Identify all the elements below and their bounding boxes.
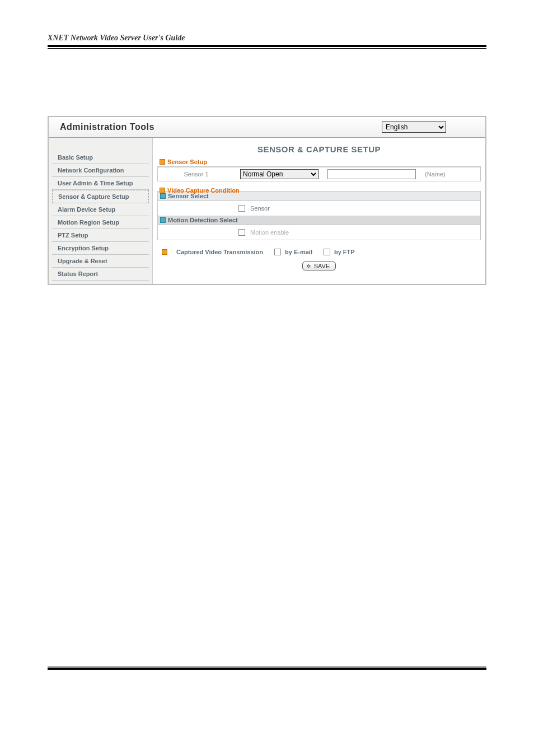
bullet-icon [162,249,167,255]
sensor-check-label: Sensor [250,205,270,212]
sidebar-status-report[interactable]: Status Report [52,268,149,281]
content-pane: SENSOR & CAPTURE SETUP Sensor Setup Sens… [153,138,485,277]
sidebar-network-config[interactable]: Network Configuration [52,164,149,177]
sidebar: Basic Setup Network Configuration User A… [49,138,153,284]
sidebar-sensor-capture[interactable]: Sensor & Capture Setup [52,190,149,203]
top-divider [48,45,486,49]
bullet-icon [160,217,166,223]
bullet-icon [160,193,166,199]
motion-enable-checkbox[interactable] [238,229,245,236]
bullet-icon [160,159,165,165]
sensor-name-input[interactable] [327,169,416,179]
video-capture-section: Sensor Select Sensor Motion Detection Se… [157,191,481,240]
ftp-label: by FTP [334,249,355,255]
email-checkbox[interactable] [274,249,281,255]
motion-detection-header: Motion Detection Select [158,216,480,225]
language-select[interactable]: English [382,122,446,133]
sidebar-alarm-device[interactable]: Alarm Device Setup [52,203,149,216]
transmission-row: Captured Video Transmission by E-mail by… [157,245,481,259]
sensor-select-label: Sensor Select [168,193,209,199]
sensor-checkbox[interactable] [238,205,245,212]
transmission-label: Captured Video Transmission [176,249,263,255]
admin-tools-panel: Administration Tools English Basic Setup… [48,116,486,285]
sensor-setup-section: Sensor 1 Normal Open (Name) [157,167,481,181]
admin-header: Administration Tools English [49,117,485,138]
gear-icon: ✲ [306,263,311,269]
sensor1-label: Sensor 1 [161,171,231,178]
motion-detection-label: Motion Detection Select [168,217,238,223]
bullet-icon [160,188,165,193]
sidebar-user-time[interactable]: User Admin & Time Setup [52,177,149,190]
save-label: SAVE [314,263,330,269]
content-title: SENSOR & CAPTURE SETUP [157,144,481,154]
sidebar-ptz[interactable]: PTZ Setup [52,229,149,242]
doc-title: XNET Network Video Server User's Guide [48,34,486,43]
sidebar-encryption[interactable]: Encryption Setup [52,242,149,255]
sidebar-motion-region[interactable]: Motion Region Setup [52,216,149,229]
save-button[interactable]: ✲ SAVE [302,262,336,270]
sidebar-basic-setup[interactable]: Basic Setup [52,151,149,164]
name-label: (Name) [425,171,446,178]
sensor-setup-label: Sensor Setup [167,158,207,165]
sidebar-upgrade-reset[interactable]: Upgrade & Reset [52,255,149,268]
sensor-mode-select[interactable]: Normal Open [240,169,318,179]
motion-enable-label: Motion enable [250,229,289,236]
bottom-divider [48,666,486,670]
ftp-checkbox[interactable] [324,249,330,255]
email-label: by E-mail [285,249,312,255]
sensor-setup-header: Sensor Setup [157,157,481,167]
sensor-select-header: Sensor Select [158,192,480,201]
admin-title: Administration Tools [60,122,154,132]
